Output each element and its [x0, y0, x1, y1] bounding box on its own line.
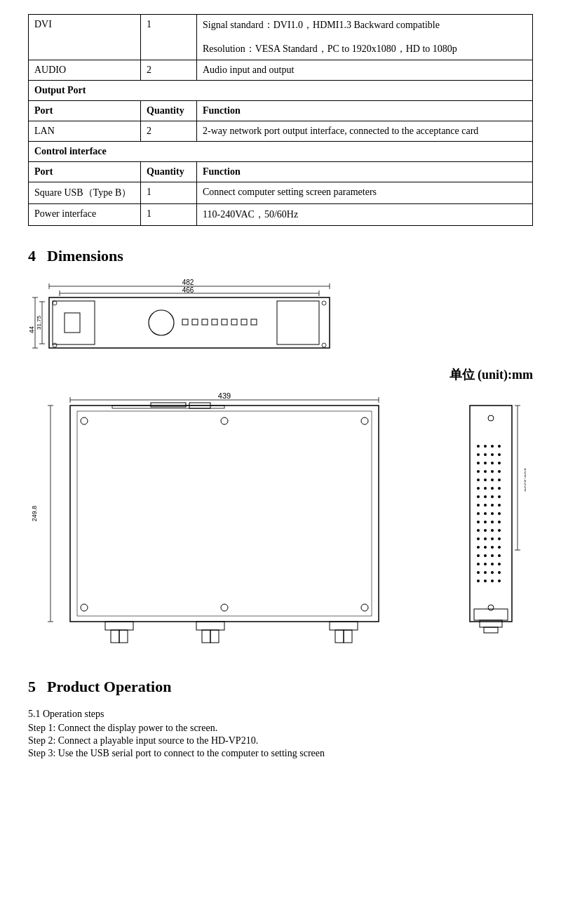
- svg-point-115: [498, 537, 501, 540]
- table-row-lan: LAN 2 2-way network port output interfac…: [29, 121, 533, 142]
- svg-point-66: [488, 415, 494, 421]
- svg-point-93: [484, 495, 487, 498]
- side-view-diagram: 206.1556: [449, 390, 533, 657]
- svg-point-112: [477, 537, 480, 540]
- svg-text:31.75: 31.75: [36, 315, 42, 330]
- svg-point-105: [484, 521, 487, 523]
- svg-rect-54: [119, 630, 128, 643]
- svg-point-84: [477, 478, 480, 481]
- svg-rect-27: [251, 319, 257, 325]
- svg-point-32: [322, 343, 326, 347]
- table-row-dvi: DVI 1 Signal standard：DVI1.0，HDMI1.3 Bac…: [29, 15, 533, 60]
- table-row-power: Power interface 1 110-240VAC，50/60Hz: [29, 204, 533, 226]
- front-view-diagram: 482 466 44 31.75: [28, 278, 337, 362]
- svg-rect-53: [111, 630, 119, 643]
- output-port-col-qty: Quantity: [141, 101, 197, 121]
- control-col-qty: Quantity: [141, 162, 197, 182]
- usb-func-cell: Connect computer setting screen paramete…: [197, 182, 533, 204]
- svg-point-86: [491, 478, 494, 481]
- svg-point-129: [484, 571, 487, 574]
- svg-text:466: 466: [182, 286, 194, 294]
- svg-point-134: [491, 580, 494, 582]
- operation-step-3: Step 3: Use the USB serial port to conne…: [28, 748, 533, 759]
- svg-point-118: [491, 546, 494, 549]
- svg-text:249.8: 249.8: [31, 506, 38, 522]
- operation-step-2: Step 2: Connect a playable input source …: [28, 735, 533, 746]
- audio-func-cell: Audio input and output: [197, 60, 533, 81]
- dimensions-title: Dimensions: [47, 247, 123, 265]
- svg-point-130: [491, 571, 494, 574]
- operation-sub-heading: 5.1 Operation steps: [28, 709, 533, 720]
- svg-rect-24: [222, 319, 227, 325]
- svg-point-132: [477, 580, 480, 582]
- svg-point-44: [81, 417, 88, 424]
- svg-point-133: [484, 580, 487, 582]
- svg-rect-51: [196, 622, 224, 630]
- svg-point-31: [53, 343, 57, 347]
- audio-port-cell: AUDIO: [29, 60, 141, 81]
- usb-port-cell: Square USB（Type B）: [29, 182, 141, 204]
- svg-point-74: [491, 453, 494, 456]
- svg-rect-43: [151, 403, 186, 407]
- output-port-col-func: Function: [197, 101, 533, 121]
- svg-point-122: [491, 554, 494, 557]
- svg-rect-22: [202, 319, 208, 325]
- svg-point-97: [484, 504, 487, 507]
- svg-point-87: [498, 478, 501, 481]
- spec-table: DVI 1 Signal standard：DVI1.0，HDMI1.3 Bac…: [28, 14, 533, 226]
- svg-point-94: [491, 495, 494, 498]
- svg-point-30: [322, 301, 326, 305]
- svg-point-95: [498, 495, 501, 498]
- svg-point-108: [477, 529, 480, 532]
- svg-point-47: [81, 604, 88, 611]
- svg-point-46: [221, 417, 228, 424]
- svg-point-116: [477, 546, 480, 549]
- svg-rect-52: [330, 622, 358, 630]
- svg-point-124: [477, 563, 480, 565]
- svg-point-131: [498, 571, 501, 574]
- dimensions-heading: 4Dimensions: [28, 247, 533, 265]
- svg-point-89: [484, 487, 487, 490]
- svg-point-69: [484, 445, 487, 448]
- svg-rect-17: [53, 301, 95, 344]
- svg-rect-59: [77, 411, 372, 616]
- svg-point-71: [498, 445, 501, 448]
- svg-point-125: [484, 563, 487, 565]
- audio-qty-cell: 2: [141, 60, 197, 81]
- svg-point-73: [484, 453, 487, 456]
- svg-point-81: [484, 470, 487, 473]
- svg-rect-56: [210, 630, 219, 643]
- svg-point-113: [484, 537, 487, 540]
- svg-point-121: [484, 554, 487, 557]
- output-port-col-headers: Port Quantity Function: [29, 101, 533, 121]
- operation-section-number: 5: [28, 678, 36, 695]
- operation-heading: 5Product Operation: [28, 678, 533, 696]
- dvi-qty-cell: 1: [141, 15, 197, 60]
- svg-rect-26: [241, 319, 247, 325]
- svg-point-80: [477, 470, 480, 473]
- svg-point-49: [221, 604, 228, 611]
- table-row-usb: Square USB（Type B） 1 Connect computer se…: [29, 182, 533, 204]
- operation-title: Product Operation: [47, 678, 171, 695]
- svg-point-67: [488, 605, 494, 610]
- svg-point-78: [491, 462, 494, 464]
- svg-point-110: [491, 529, 494, 532]
- svg-point-45: [361, 417, 368, 424]
- lan-qty-cell: 2: [141, 121, 197, 142]
- output-port-col-port: Port: [29, 101, 141, 121]
- svg-rect-37: [70, 406, 379, 622]
- svg-point-82: [491, 470, 494, 473]
- svg-point-104: [477, 521, 480, 523]
- dvi-port-cell: DVI: [29, 15, 141, 60]
- svg-point-77: [484, 462, 487, 464]
- svg-point-135: [498, 580, 501, 582]
- svg-point-119: [498, 546, 501, 549]
- svg-point-103: [498, 512, 501, 515]
- operation-section: 5Product Operation 5.1 Operation steps S…: [28, 678, 533, 759]
- svg-point-19: [149, 310, 174, 335]
- svg-point-120: [477, 554, 480, 557]
- svg-point-83: [498, 470, 501, 473]
- svg-point-92: [477, 495, 480, 498]
- svg-rect-28: [277, 301, 319, 344]
- svg-text:439: 439: [218, 391, 231, 400]
